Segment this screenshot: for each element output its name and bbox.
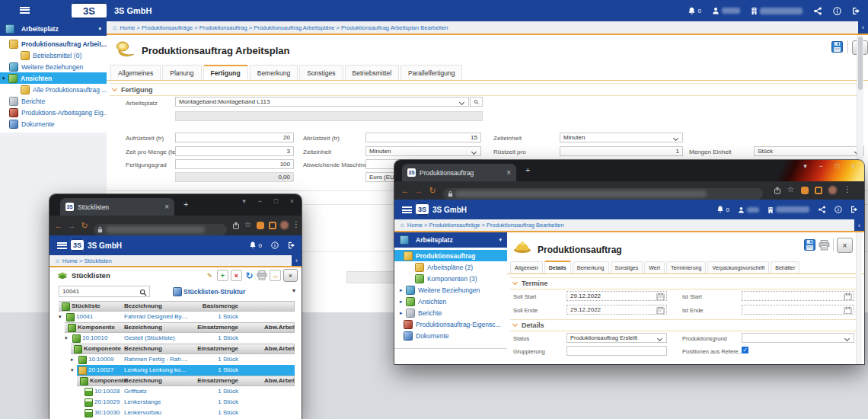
sidebar-item-dokumente[interactable]: Dokumente	[0, 118, 116, 130]
window-close-icon[interactable]: ×	[284, 197, 300, 205]
menu-icon[interactable]	[20, 7, 30, 14]
sidebar-header[interactable]: Arbeitsplatz ▾	[394, 232, 507, 248]
expander-icon[interactable]: ▾	[71, 367, 74, 373]
table-row[interactable]: ▾10041Fahrrad Designed By....1 Stück	[57, 312, 295, 322]
dropdown-caret-icon[interactable]: ▾	[292, 287, 295, 294]
section-fertigung[interactable]: Fertigung	[110, 83, 863, 96]
maximize-icon[interactable]: □	[268, 197, 284, 205]
search-input[interactable]: 10041	[59, 286, 150, 297]
tab-planung[interactable]: Planung	[162, 65, 201, 80]
ruestzeit-pro-field[interactable]: 1	[560, 146, 683, 156]
notifications-button[interactable]: 0	[688, 7, 701, 15]
column-header[interactable]: Einsatzmenge	[179, 345, 238, 352]
browser-tab[interactable]: 3S Stücklisten ×	[60, 198, 174, 216]
expander-icon[interactable]: ▾	[2, 75, 8, 82]
produktionsgrund-select[interactable]	[742, 333, 854, 343]
table-row[interactable]: ▸10:10009Rahmen Fertig - Rah....1 Stück	[57, 354, 295, 365]
forward-icon[interactable]: →	[413, 186, 425, 195]
address-bar[interactable]	[94, 224, 227, 235]
notifications-button[interactable]: 0	[716, 206, 729, 213]
positionen-checkbox[interactable]: ✓	[742, 347, 748, 353]
new-tab-button[interactable]: +	[525, 165, 530, 174]
logout-icon[interactable]	[288, 241, 295, 249]
share-icon[interactable]	[232, 222, 240, 229]
zeiteinheit-select[interactable]: Minuten	[560, 133, 683, 142]
gruppierung-field[interactable]	[566, 346, 667, 356]
tab-allgemein[interactable]: Allgemein	[510, 261, 543, 273]
browser-menu-icon[interactable]: ⋮	[292, 220, 300, 229]
sidebar-item-arbeitsgang-eigenschaften[interactable]: Produktions-Arbeitsgang Eig...	[0, 107, 116, 118]
ist-start-field[interactable]	[742, 291, 854, 301]
sidebar-header[interactable]: Arbeitsplatz ▾	[0, 21, 107, 36]
mengen-einheit-select[interactable]: Stück	[754, 146, 864, 156]
tab-behaelter[interactable]: Behälter	[771, 261, 799, 273]
browser-menu-icon[interactable]: ⋮	[844, 185, 851, 194]
sidebar-item-produktionsauftrag-arbeitsplan[interactable]: Produktionsauftrag Arbeit...	[0, 38, 116, 50]
bookmark-star-icon[interactable]: ☆	[244, 220, 251, 229]
column-header[interactable]: Komponente	[90, 377, 127, 384]
calendar-icon[interactable]	[656, 293, 665, 301]
tab-sonstiges[interactable]: Sonstiges	[611, 261, 643, 273]
sitemap-icon[interactable]	[813, 7, 822, 15]
home-icon[interactable]: ⌂	[400, 222, 404, 229]
column-header[interactable]: Komponente	[84, 345, 121, 352]
column-header[interactable]: Bezeichnung	[124, 377, 162, 384]
user-menu[interactable]	[738, 206, 759, 213]
save-icon[interactable]	[804, 239, 815, 251]
company-menu[interactable]	[767, 206, 809, 213]
share-icon[interactable]	[774, 187, 781, 194]
breadcrumb[interactable]: Home > Produktionsaufträge > Produktions…	[120, 24, 448, 31]
ist-ende-field[interactable]	[742, 305, 854, 315]
delete-record-icon[interactable]: ×	[231, 270, 242, 281]
extension-icon[interactable]	[815, 187, 822, 194]
tab-allgemeines[interactable]: Allgemeines	[110, 65, 161, 80]
reload-icon[interactable]: ↻	[426, 186, 439, 196]
sidebar-item-eigenschaften[interactable]: Produktionsauftrag-Eigensc...	[394, 318, 516, 330]
sidebar-item-produktionsauftrag[interactable]: Produktionsauftrag	[394, 250, 516, 261]
refresh-icon[interactable]: ↻	[244, 270, 254, 280]
fertigungsgrad-field[interactable]: 100	[175, 159, 294, 169]
back-icon[interactable]: ←	[53, 221, 65, 230]
tab-betriebsmittel[interactable]: Betriebsmittel	[345, 65, 400, 80]
sidebar-item-ansichten[interactable]: ▸Ansichten	[394, 296, 519, 307]
tab-search-icon[interactable]: ▾	[797, 162, 813, 170]
zeiteinheit-select-2[interactable]: Minuten	[365, 146, 481, 156]
collapse-panel-button[interactable]: ‹	[292, 255, 302, 266]
column-header[interactable]: Komponente	[78, 324, 115, 331]
add-record-icon[interactable]: +	[217, 270, 228, 281]
minimize-icon[interactable]: −	[252, 197, 268, 205]
close-button[interactable]: ×	[837, 238, 853, 253]
column-header[interactable]: Stückliste	[72, 302, 101, 309]
column-header[interactable]: Bezeichnung	[124, 345, 162, 352]
logout-icon[interactable]	[850, 206, 858, 213]
soll-ende-field[interactable]: 29.12.2022	[566, 305, 667, 315]
company-menu[interactable]	[751, 7, 803, 14]
tab-verpackungsvorschrift[interactable]: Verpackungsvorschrift	[707, 261, 769, 273]
section-details[interactable]: Details	[510, 319, 857, 331]
table-row[interactable]: 10:10028Griffsatz1 Stück	[57, 386, 295, 397]
table-row[interactable]: ▾10:10010Gestell (Stückliste)1 Stück	[57, 333, 295, 344]
home-icon[interactable]: ⌂	[113, 24, 116, 31]
export-icon[interactable]: →	[270, 270, 281, 281]
maximize-icon[interactable]: □	[829, 162, 845, 170]
column-header[interactable]: Abw.Arbeitsga	[264, 324, 295, 331]
table-row-selected[interactable]: ▾20:10027Lenkung Lenkung ko...1 Stück	[57, 365, 295, 376]
notifications-button[interactable]: 0	[249, 241, 262, 249]
expander-icon[interactable]: ▸	[400, 310, 406, 316]
minimize-icon[interactable]: −	[813, 162, 829, 170]
forward-icon[interactable]: →	[65, 221, 78, 230]
logout-icon[interactable]	[852, 7, 860, 15]
section-termine[interactable]: Termine	[510, 277, 857, 289]
structure-select[interactable]: Stücklisten-Struktur	[183, 288, 245, 296]
tab-parallelfertigung[interactable]: Parallelfertigung	[400, 65, 462, 80]
tab-search-icon[interactable]: ▾	[236, 197, 252, 205]
sidebar-item-weitere-beziehungen[interactable]: Weitere Beziehungen	[0, 61, 116, 72]
sitemap-icon[interactable]	[818, 206, 826, 213]
extension-icon[interactable]	[269, 222, 276, 229]
print-icon[interactable]	[257, 270, 267, 280]
sidebar-item-ansichten[interactable]: ▾Ansichten	[0, 72, 116, 84]
column-header[interactable]: Bezeichnung	[124, 302, 162, 309]
tab-terminierung[interactable]: Terminierung	[666, 261, 706, 273]
tab-wert[interactable]: Wert	[644, 261, 665, 273]
sidebar-item-berichte[interactable]: ▸Berichte	[394, 307, 519, 318]
